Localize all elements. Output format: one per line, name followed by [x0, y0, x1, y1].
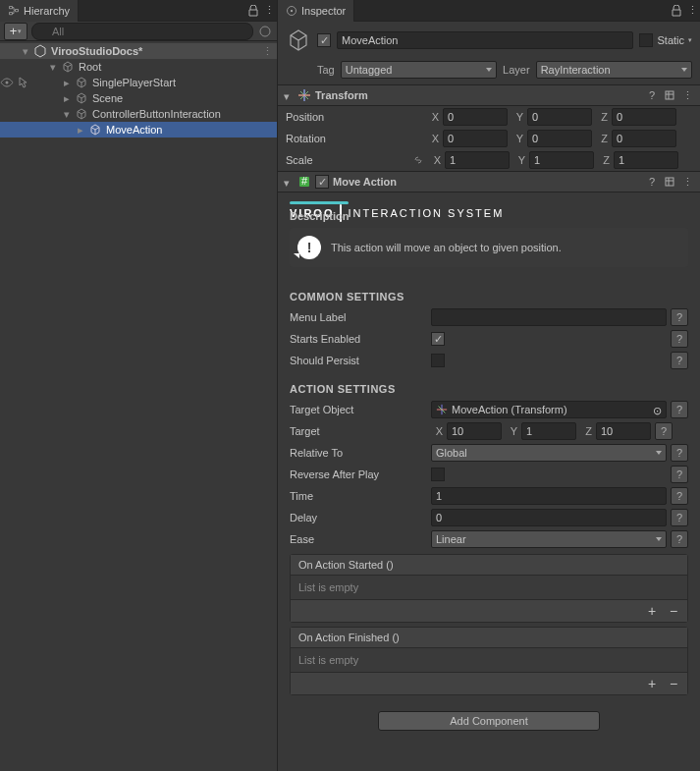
- create-dropdown[interactable]: +▾: [4, 23, 27, 40]
- target-y[interactable]: [521, 422, 576, 440]
- help-button[interactable]: ?: [671, 308, 688, 326]
- z-label: Z: [596, 111, 608, 123]
- target-z[interactable]: [596, 422, 651, 440]
- help-button[interactable]: ?: [671, 352, 688, 369]
- transform-header[interactable]: ▾ Transform ? ⋮: [278, 84, 700, 106]
- menu-label-input[interactable]: [431, 308, 667, 326]
- description-text: This action will move an object to given…: [331, 242, 562, 253]
- tree-label: ControllerButtonInteraction: [90, 108, 221, 120]
- hierarchy-icon: [8, 5, 20, 17]
- rotation-y[interactable]: [527, 130, 592, 147]
- help-button[interactable]: ?: [671, 509, 688, 526]
- expand-icon[interactable]: ▸: [61, 92, 73, 104]
- relative-to-label: Relative To: [290, 447, 427, 459]
- position-x[interactable]: [443, 108, 508, 126]
- expand-icon[interactable]: ▸: [75, 124, 86, 136]
- help-icon[interactable]: ?: [645, 88, 659, 102]
- expand-icon[interactable]: ▸: [61, 77, 73, 88]
- hierarchy-tab[interactable]: Hierarchy: [0, 0, 79, 22]
- layer-dropdown[interactable]: RayInteraction: [536, 61, 692, 79]
- remove-event-button[interactable]: −: [664, 602, 683, 620]
- object-picker-icon[interactable]: ⊙: [650, 404, 664, 417]
- target-object-row: Target Object MoveAction (Transform) ⊙ ?: [278, 399, 700, 420]
- add-event-button[interactable]: +: [642, 602, 662, 620]
- scale-x[interactable]: [445, 151, 510, 169]
- static-checkbox[interactable]: [639, 33, 653, 47]
- svg-rect-5: [666, 91, 673, 99]
- help-button[interactable]: ?: [671, 401, 688, 418]
- component-enabled-checkbox[interactable]: ✓: [315, 175, 329, 189]
- help-button[interactable]: ?: [671, 530, 688, 548]
- target-x[interactable]: [447, 422, 502, 440]
- should-persist-checkbox[interactable]: [431, 354, 445, 367]
- transform-icon: [436, 404, 448, 415]
- delay-input[interactable]: [431, 509, 667, 526]
- add-component-button[interactable]: Add Component: [378, 711, 600, 731]
- tree-item-root[interactable]: ▾ Root: [0, 59, 277, 75]
- relative-to-dropdown[interactable]: Global: [431, 444, 667, 462]
- expand-icon[interactable]: ▾: [20, 45, 31, 57]
- active-checkbox[interactable]: ✓: [317, 33, 331, 47]
- help-button[interactable]: ?: [671, 487, 688, 505]
- collapse-icon[interactable]: ▾: [284, 177, 294, 187]
- eye-icon[interactable]: [0, 76, 14, 89]
- target-object-field[interactable]: MoveAction (Transform) ⊙: [431, 401, 667, 418]
- help-icon[interactable]: ?: [645, 175, 659, 189]
- help-button[interactable]: ?: [671, 466, 688, 483]
- add-event-button[interactable]: +: [642, 675, 662, 692]
- lock-icon[interactable]: [245, 3, 261, 19]
- moveaction-header[interactable]: ▾ # ✓ Move Action ? ⋮: [278, 171, 700, 193]
- filter-icon[interactable]: [257, 24, 273, 39]
- tree-item-cbi[interactable]: ▾ ControllerButtonInteraction: [0, 106, 277, 122]
- target-row: Target X Y Z ?: [278, 420, 700, 442]
- constrain-icon[interactable]: [411, 153, 425, 167]
- tree-item-moveaction[interactable]: ▸ MoveAction: [0, 122, 277, 138]
- kebab-icon[interactable]: ⋮: [680, 88, 694, 102]
- menu-label-row: Menu Label ?: [278, 306, 700, 328]
- rotation-z[interactable]: [612, 130, 676, 147]
- lock-icon[interactable]: [669, 3, 684, 19]
- position-z[interactable]: [612, 108, 676, 126]
- kebab-icon[interactable]: ⋮: [680, 175, 694, 189]
- on-action-finished-event: On Action Finished () List is empty + −: [290, 627, 688, 695]
- tag-dropdown[interactable]: Untagged: [341, 61, 497, 79]
- tree-item-sps[interactable]: ▸ SinglePlayerStart: [0, 75, 277, 90]
- expand-icon[interactable]: ▾: [47, 61, 59, 73]
- gameobject-icon[interactable]: [286, 28, 311, 53]
- tree-item-scene[interactable]: ▸ Scene: [0, 90, 277, 106]
- object-name-input[interactable]: [337, 31, 633, 49]
- kebab-icon[interactable]: ⋮: [261, 3, 277, 19]
- remove-event-button[interactable]: −: [664, 675, 683, 692]
- collapse-icon[interactable]: ▾: [284, 90, 294, 100]
- scene-row[interactable]: ▾ VirooStudioDocs* ⋮: [0, 43, 277, 59]
- reverse-after-play-checkbox[interactable]: [431, 468, 445, 481]
- preset-icon[interactable]: [663, 88, 676, 102]
- object-header: ✓ Static ▾: [278, 22, 700, 59]
- scale-z[interactable]: [614, 151, 678, 169]
- help-button[interactable]: ?: [671, 330, 688, 348]
- help-button[interactable]: ?: [655, 422, 673, 440]
- inspector-tab[interactable]: Inspector: [278, 0, 354, 22]
- static-dropdown-icon[interactable]: ▾: [688, 36, 692, 44]
- rotation-x[interactable]: [443, 130, 508, 147]
- inspector-icon: [286, 5, 297, 17]
- common-settings-title: COMMON SETTINGS: [278, 279, 700, 306]
- preset-icon[interactable]: [663, 175, 676, 189]
- position-y[interactable]: [527, 108, 592, 126]
- pick-icon[interactable]: [16, 76, 29, 89]
- ease-dropdown[interactable]: Linear: [431, 530, 667, 548]
- help-button[interactable]: ?: [671, 444, 688, 462]
- scale-row: Scale X Y Z: [278, 149, 700, 171]
- kebab-icon[interactable]: ⋮: [684, 3, 700, 19]
- kebab-icon[interactable]: ⋮: [262, 45, 273, 58]
- tree-label: Scene: [90, 92, 123, 104]
- scale-y[interactable]: [529, 151, 594, 169]
- ease-row: Ease Linear ?: [278, 528, 700, 550]
- starts-enabled-checkbox[interactable]: ✓: [431, 332, 445, 346]
- scene-name: VirooStudioDocs*: [49, 45, 142, 57]
- event-empty-text: List is empty: [291, 576, 687, 599]
- expand-icon[interactable]: ▾: [61, 108, 73, 120]
- gameobject-icon: [75, 91, 88, 105]
- time-input[interactable]: [431, 487, 667, 505]
- hierarchy-search[interactable]: [31, 23, 253, 40]
